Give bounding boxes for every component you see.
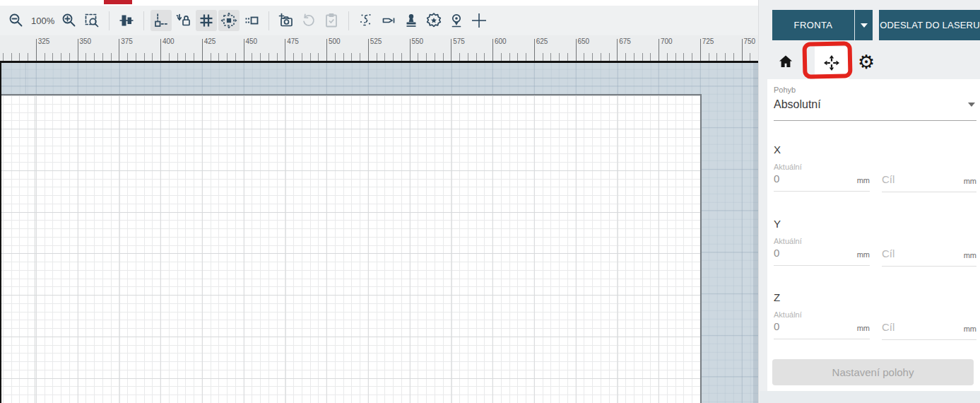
tab-settings[interactable]: ⚙	[854, 49, 878, 74]
position-marker-button[interactable]	[446, 10, 467, 31]
ruler-minor-tick	[517, 53, 518, 61]
ruler-minor-tick	[318, 53, 319, 61]
camera-capture-button[interactable]	[276, 10, 297, 31]
target-position-field[interactable]: Cíl mm	[882, 247, 976, 267]
zoom-to-area-icon	[83, 12, 100, 29]
ruler-major-tick	[368, 39, 369, 61]
ruler-tick-label: 525	[370, 37, 382, 45]
ruler-minor-tick	[609, 53, 610, 61]
toolbar-separator	[109, 11, 110, 30]
work-region: 100%	[0, 0, 758, 403]
queue-button[interactable]: FRONTA	[772, 10, 854, 40]
set-position-button[interactable]: Nastavení polohy	[772, 359, 974, 385]
move-icon	[822, 54, 841, 72]
unit-label: mm	[857, 324, 870, 332]
axis-group-y: Y Aktuální 0 mm Cíl mm	[774, 218, 976, 267]
grid-toggle-button[interactable]	[196, 10, 217, 31]
trace-image-button[interactable]	[355, 10, 377, 31]
ruler-minor-tick	[501, 53, 502, 61]
queue-dropdown-button[interactable]	[854, 10, 873, 40]
current-position-field[interactable]: Aktuální 0 mm	[774, 237, 870, 267]
laser-pointer-button[interactable]	[378, 10, 399, 31]
actions-gap	[873, 10, 879, 40]
ruler-major-tick	[326, 39, 327, 61]
ruler-major-tick	[160, 39, 161, 61]
ruler-tick-label: 600	[495, 37, 507, 45]
snap-origin-button[interactable]	[150, 10, 172, 31]
current-position-field[interactable]: Aktuální 0 mm	[774, 163, 870, 192]
target-position-field[interactable]: Cíl mm	[882, 173, 976, 192]
badge-seal-button[interactable]	[423, 10, 444, 31]
current-value: 0	[774, 247, 779, 259]
ruler-minor-tick	[111, 53, 112, 61]
ruler-minor-tick	[459, 53, 460, 61]
ruler-tick-label: 625	[536, 37, 548, 45]
ruler-minor-tick	[750, 53, 750, 61]
ruler-minor-tick	[11, 53, 12, 61]
ruler-minor-tick	[543, 53, 543, 61]
stamp-button[interactable]	[401, 10, 422, 31]
target-position-field[interactable]: Cíl mm	[882, 321, 976, 340]
panel-tabs: ⚙	[759, 44, 980, 79]
zoom-in-button[interactable]	[59, 10, 80, 31]
send-to-laser-button[interactable]: ODESLAT DO LASERU	[879, 10, 980, 40]
ruler-minor-tick	[709, 53, 709, 61]
zoom-out-button[interactable]	[6, 10, 27, 31]
ruler-minor-tick	[260, 53, 261, 61]
move-area-icon	[220, 12, 237, 29]
ruler-minor-tick	[227, 53, 228, 61]
grid-toggle-icon	[198, 12, 215, 29]
ruler-minor-tick	[683, 53, 684, 61]
job-checklist-button[interactable]	[321, 10, 342, 31]
crosshair-button[interactable]	[468, 10, 490, 31]
current-position-field[interactable]: Aktuální 0 mm	[774, 310, 870, 340]
ruler-major-tick	[492, 39, 493, 61]
ruler-major-tick	[36, 39, 37, 61]
panel-bottom-strip	[760, 391, 980, 403]
ruler-minor-tick	[667, 53, 668, 61]
move-area-button[interactable]	[218, 10, 240, 31]
ruler-tick-label: 475	[287, 37, 299, 45]
lock-position-button[interactable]	[173, 10, 194, 31]
ruler-minor-tick	[45, 53, 45, 61]
ruler-minor-tick	[393, 53, 394, 61]
tab-home[interactable]	[774, 49, 798, 74]
movement-mode-select-group: Pohyb Absolutní	[774, 86, 976, 121]
job-actions: FRONTA ODESLAT DO LASERU	[772, 10, 980, 40]
ruler-major-tick	[576, 39, 577, 61]
ruler-tick-label: 550	[412, 37, 424, 45]
tab-move[interactable]	[815, 47, 849, 79]
ruler-minor-tick	[211, 53, 211, 61]
movement-mode-select[interactable]: Absolutní	[774, 94, 976, 121]
ruler-minor-tick	[136, 53, 136, 61]
history-restore-icon	[300, 12, 317, 29]
axis-label: Z	[774, 291, 976, 303]
align-objects-button[interactable]	[116, 10, 137, 31]
unit-label: mm	[857, 250, 870, 259]
current-label: Aktuální	[774, 163, 870, 171]
machine-bed-grid[interactable]	[0, 94, 702, 403]
ruler-tick-label: 400	[163, 37, 175, 45]
bed-top-edge-line	[0, 61, 758, 63]
selection-frame-button[interactable]	[241, 10, 262, 31]
ruler-major-tick	[410, 39, 411, 61]
ruler-minor-tick	[185, 53, 186, 61]
current-value: 0	[774, 320, 779, 332]
history-restore-button[interactable]	[298, 10, 319, 31]
ruler-tick-label: 700	[661, 37, 673, 45]
red-annotation-bar	[104, 0, 132, 4]
ruler-minor-tick	[384, 53, 385, 61]
ruler-tick-label: 575	[453, 37, 465, 45]
ruler-minor-tick	[592, 53, 593, 61]
ruler-minor-tick	[476, 53, 477, 61]
ruler-minor-tick	[625, 53, 626, 61]
ruler-major-tick	[202, 39, 203, 61]
ruler-major-tick	[534, 39, 535, 61]
zoom-to-area-button[interactable]	[81, 10, 102, 31]
ruler-major-tick	[742, 39, 743, 61]
snap-origin-icon	[153, 12, 170, 29]
ruler-minor-tick	[310, 53, 311, 61]
ruler-minor-tick	[360, 53, 360, 61]
ruler-minor-tick	[567, 53, 568, 61]
workspace-canvas[interactable]	[0, 63, 758, 403]
